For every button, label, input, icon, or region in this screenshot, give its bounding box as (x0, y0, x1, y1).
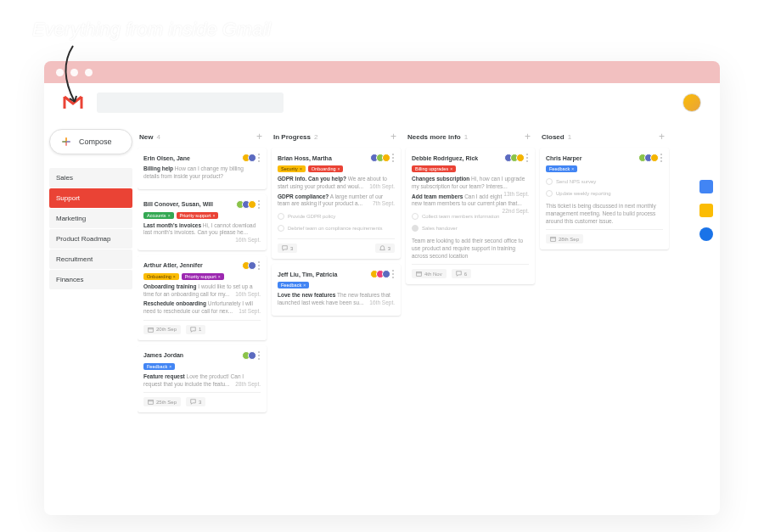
column-title: Needs more info (407, 133, 461, 141)
comments-chip[interactable]: 6 (452, 269, 471, 278)
column-add-button[interactable]: + (525, 132, 533, 141)
tasks-icon[interactable] (699, 227, 713, 241)
card-title: Arthur Atler, Jennifer (143, 262, 203, 268)
more-icon[interactable] (392, 154, 395, 162)
check-circle-icon[interactable] (278, 213, 284, 220)
tag[interactable]: Onboarding × (308, 165, 344, 172)
more-icon[interactable] (660, 154, 663, 162)
nav-item-product-roadmap[interactable]: Product Roadmap (49, 229, 132, 249)
card-message: GDPR Info. Can you help? We are about to… (278, 176, 395, 191)
tag[interactable]: Feedback × (278, 282, 309, 288)
checklist-item[interactable]: Send NPS survey (546, 176, 663, 188)
more-icon[interactable] (392, 270, 395, 278)
tag[interactable]: Feedback × (546, 165, 577, 172)
avatars (370, 154, 390, 162)
tag-remove-icon[interactable]: × (213, 213, 216, 218)
tag[interactable]: Security × (278, 165, 306, 172)
tag-remove-icon[interactable]: × (218, 274, 221, 279)
column-add-button[interactable]: + (659, 132, 667, 141)
avatars (370, 270, 390, 278)
check-circle-icon[interactable] (412, 213, 419, 220)
tag[interactable]: Feedback × (143, 363, 175, 370)
comments-chip[interactable]: 3 (278, 244, 297, 253)
tag[interactable]: Priority support × (182, 273, 224, 280)
more-icon[interactable] (526, 154, 529, 162)
nav-item-support[interactable]: Support (49, 188, 132, 208)
card[interactable]: Erin Olsen, JaneBilling help How can I c… (138, 148, 267, 189)
checklist-label: Collect team members information (422, 214, 499, 219)
check-circle-icon[interactable] (546, 178, 553, 185)
card-footer: 28th Sep (546, 229, 663, 244)
card-message: Billing help How can I change my billing… (143, 165, 261, 181)
column-in-progress: In Progress2+Brian Hoss, MarthaSecurity … (272, 129, 401, 508)
tag-remove-icon[interactable]: × (450, 166, 452, 171)
nav-item-sales[interactable]: Sales (49, 168, 132, 188)
tag[interactable]: Billing upgrades × (412, 165, 456, 172)
card-footer: 20th Sep1 (143, 320, 261, 334)
checklist-item[interactable]: Debrief team on compliance requirements (278, 222, 395, 234)
card[interactable]: Brian Hoss, MarthaSecurity ×Onboarding ×… (272, 148, 401, 259)
comment-icon (282, 245, 288, 251)
card[interactable]: Chris HarperFeedback ×Send NPS surveyUpd… (540, 148, 669, 249)
nav-item-finances[interactable]: Finances (49, 270, 132, 289)
tag-remove-icon[interactable]: × (168, 213, 171, 218)
nav-item-recruitment[interactable]: Recruitment (49, 249, 132, 269)
keep-icon[interactable] (699, 204, 713, 217)
checklist-item[interactable]: Sales handover (412, 222, 529, 234)
more-icon[interactable] (258, 351, 261, 360)
card-footer: 25th Sep3 (143, 392, 261, 406)
bell-icon (379, 245, 385, 251)
calendar-icon[interactable] (699, 180, 713, 193)
card[interactable]: Jeff Liu, Tim, PatriciaFeedback ×Love th… (272, 264, 401, 316)
search-input[interactable] (97, 92, 284, 113)
check-circle-icon[interactable] (412, 225, 419, 232)
avatar (248, 200, 256, 209)
card-message: Last month's invoices Hi, I cannot downl… (143, 222, 261, 238)
check-circle-icon[interactable] (278, 225, 284, 232)
tag[interactable]: Onboarding × (143, 273, 179, 280)
check-circle-icon[interactable] (546, 190, 553, 197)
card-title: Debbie Rodriguez, Rick (412, 155, 478, 161)
comments-chip[interactable]: 1 (186, 325, 205, 334)
plus-icon (60, 136, 72, 148)
more-icon[interactable] (258, 261, 261, 270)
column-title: New (139, 133, 153, 141)
comments-chip[interactable]: 3 (186, 397, 205, 406)
svg-rect-3 (551, 238, 556, 242)
card[interactable]: Arthur Atler, JenniferOnboarding ×Priori… (138, 255, 267, 340)
more-icon[interactable] (258, 200, 261, 209)
tag[interactable]: Priority support × (177, 212, 219, 219)
column-new: New4+Erin Olsen, JaneBilling help How ca… (138, 129, 267, 508)
card-title: Jeff Liu, Tim, Patricia (278, 272, 337, 277)
checklist-item[interactable]: Collect team members information (412, 210, 503, 222)
checklist-item[interactable]: Provide GDPR policy (278, 210, 395, 222)
checklist-item[interactable]: Update weekly reporting (546, 188, 663, 199)
card[interactable]: Bill Conover, Susan, WillAccounts ×Prior… (138, 194, 267, 250)
card-note: This ticket is being discussed in next m… (546, 203, 663, 225)
tag-remove-icon[interactable]: × (338, 166, 340, 171)
user-avatar[interactable] (683, 93, 701, 112)
kanban-board: New4+Erin Olsen, JaneBilling help How ca… (138, 122, 720, 515)
card-message: Onboarding training I would like to set … (143, 283, 261, 299)
column-count: 1 (464, 133, 468, 141)
column-count: 2 (314, 133, 317, 141)
tag-remove-icon[interactable]: × (169, 364, 171, 369)
tag-remove-icon[interactable]: × (303, 283, 306, 288)
tag-remove-icon[interactable]: × (300, 166, 302, 171)
column-add-button[interactable]: + (256, 132, 265, 141)
avatar (248, 261, 256, 270)
tag[interactable]: Accounts × (143, 212, 174, 219)
tag-remove-icon[interactable]: × (173, 274, 176, 279)
card[interactable]: Debbie Rodriguez, RickBilling upgrades ×… (406, 148, 535, 284)
column-add-button[interactable]: + (390, 132, 399, 141)
more-icon[interactable] (258, 154, 261, 162)
checklist-label: Send NPS survey (556, 179, 596, 184)
topbar (44, 83, 720, 122)
nav-item-marketing[interactable]: Marketing (49, 209, 132, 228)
bell-chip[interactable]: 3 (375, 244, 395, 253)
compose-button[interactable]: Compose (49, 129, 132, 154)
card[interactable]: James JordanFeedback ×Feature request Lo… (138, 345, 267, 413)
browser-window: Compose SalesSupportMarketingProduct Roa… (44, 61, 720, 515)
tag-remove-icon[interactable]: × (571, 166, 574, 171)
avatar (382, 154, 390, 162)
